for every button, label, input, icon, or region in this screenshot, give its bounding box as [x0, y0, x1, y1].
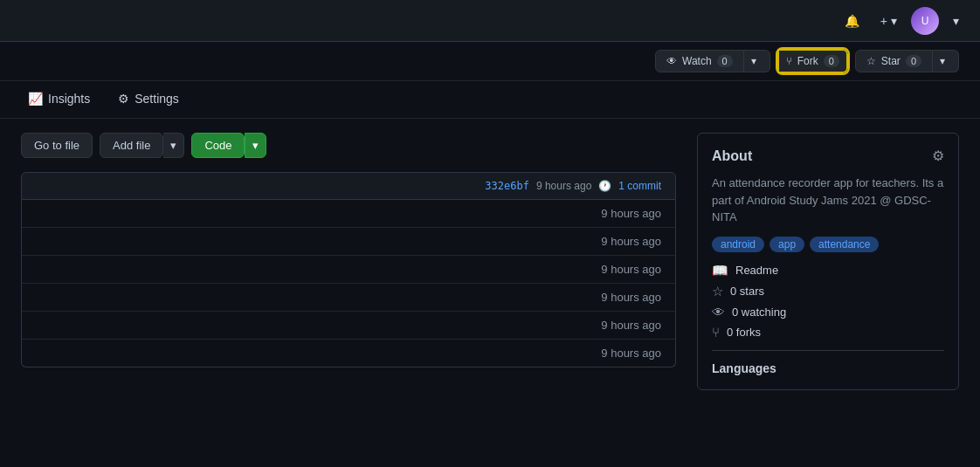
star-icon: ☆ [712, 284, 723, 299]
topic-app[interactable]: app [770, 237, 804, 252]
right-column: About ⚙ An attendance recorder app for t… [697, 133, 959, 390]
add-file-button[interactable]: Add file [100, 133, 163, 158]
readme-label: Readme [735, 264, 778, 277]
bell-icon: 🔔 [845, 14, 859, 28]
avatar-label: U [921, 15, 929, 27]
watching-label: 0 watching [732, 306, 786, 319]
star-icon: ☆ [866, 55, 876, 67]
top-nav: 🔔 + ▾ U ▾ [0, 0, 980, 42]
fork-count: 0 [824, 55, 839, 67]
code-button[interactable]: Code [191, 133, 245, 158]
star-label: Star [881, 55, 901, 67]
table-row: 9 hours ago [22, 200, 675, 228]
file-time: 9 hours ago [601, 319, 661, 332]
add-file-button-group: Add file ▾ [100, 133, 184, 158]
table-row: 9 hours ago [22, 228, 675, 256]
star-button-group: ☆ Star 0 ▾ [855, 50, 959, 72]
commit-bar: 332e6bf 9 hours ago 🕐 1 commit [21, 172, 676, 200]
about-description: An attendance recorder app for teachers.… [712, 175, 944, 226]
table-row: 9 hours ago [22, 340, 675, 367]
add-file-dropdown-button[interactable]: ▾ [163, 133, 184, 158]
file-time: 9 hours ago [601, 263, 661, 276]
commit-count: 1 commit [618, 180, 661, 192]
create-button[interactable]: + ▾ [873, 10, 904, 31]
tab-insights[interactable]: 📈 Insights [14, 81, 104, 118]
insights-icon: 📈 [28, 92, 43, 106]
avatar-menu-button[interactable]: ▾ [946, 10, 966, 31]
watching-link[interactable]: 👁 0 watching [712, 305, 944, 319]
code-label: Code [204, 139, 231, 152]
fork-label: Fork [797, 55, 818, 67]
watch-dropdown-button[interactable]: ▾ [744, 50, 770, 72]
go-to-file-button[interactable]: Go to file [21, 133, 93, 158]
about-title: About [712, 148, 752, 164]
topic-android[interactable]: android [712, 237, 764, 252]
about-header: About ⚙ [712, 148, 944, 164]
insights-label: Insights [48, 92, 90, 106]
commit-hash[interactable]: 332e6bf [485, 180, 529, 192]
file-actions: Go to file Add file ▾ Code ▾ [21, 133, 676, 158]
chevron-down-icon: ▾ [252, 139, 259, 152]
settings-label: Settings [135, 92, 179, 106]
eye-icon: 👁 [666, 55, 677, 67]
watch-label: Watch [682, 55, 712, 67]
left-column: Go to file Add file ▾ Code ▾ 33 [21, 133, 676, 390]
tab-settings[interactable]: ⚙ Settings [104, 81, 193, 118]
about-settings-button[interactable]: ⚙ [932, 148, 944, 164]
forks-label: 0 forks [727, 326, 761, 339]
fork-icon: ⑂ [786, 55, 792, 67]
watch-count: 0 [717, 55, 733, 67]
chevron-down-icon: ▾ [891, 14, 897, 28]
star-count: 0 [906, 55, 921, 67]
table-row: 9 hours ago [22, 312, 675, 340]
watch-button[interactable]: 👁 Watch 0 [655, 50, 744, 72]
commit-count-link[interactable]: 1 commit [618, 180, 661, 192]
star-dropdown-button[interactable]: ▾ [933, 50, 959, 72]
file-time: 9 hours ago [601, 291, 661, 304]
table-row: 9 hours ago [22, 256, 675, 284]
topic-attendance[interactable]: attendance [810, 237, 879, 252]
about-stats: 📖 Readme ☆ 0 stars 👁 0 watching ⑂ 0 fork… [712, 263, 944, 340]
eye-icon: 👁 [712, 305, 725, 319]
avatar[interactable]: U [911, 7, 939, 35]
sub-nav: 📈 Insights ⚙ Settings [0, 81, 980, 119]
chevron-down-icon: ▾ [953, 14, 959, 28]
commit-time: 9 hours ago [536, 180, 591, 192]
stars-link[interactable]: ☆ 0 stars [712, 284, 944, 299]
topics-list: android app attendance [712, 237, 944, 252]
chevron-down-icon: ▾ [940, 55, 945, 67]
readme-link[interactable]: 📖 Readme [712, 263, 944, 278]
code-button-group: Code ▾ [191, 133, 266, 158]
settings-icon: ⚙ [118, 92, 129, 106]
stars-label: 0 stars [730, 285, 764, 298]
file-time: 9 hours ago [601, 235, 661, 248]
languages-title: Languages [712, 361, 776, 375]
add-file-label: Add file [113, 139, 150, 152]
forks-link[interactable]: ⑂ 0 forks [712, 325, 944, 340]
notifications-button[interactable]: 🔔 [838, 10, 866, 31]
goto-file-label: Go to file [34, 139, 79, 152]
main-content: Go to file Add file ▾ Code ▾ 33 [0, 119, 980, 404]
star-button[interactable]: ☆ Star 0 [855, 50, 933, 72]
watch-button-group: 👁 Watch 0 ▾ [655, 50, 770, 72]
about-divider [712, 350, 944, 351]
plus-icon: + [880, 14, 887, 28]
file-list: 9 hours ago 9 hours ago 9 hours ago 9 ho… [21, 200, 676, 367]
about-section: About ⚙ An attendance recorder app for t… [697, 133, 959, 390]
fork-button-group: ⑂ Fork 0 [777, 49, 848, 73]
gear-icon: ⚙ [932, 148, 944, 163]
fork-icon: ⑂ [712, 325, 720, 340]
code-dropdown-button[interactable]: ▾ [245, 133, 266, 158]
chevron-down-icon: ▾ [170, 139, 176, 152]
clock-icon: 🕐 [598, 180, 611, 192]
file-time: 9 hours ago [601, 207, 661, 220]
repo-action-bar: 👁 Watch 0 ▾ ⑂ Fork 0 ☆ Star 0 ▾ [0, 42, 980, 81]
table-row: 9 hours ago [22, 284, 675, 312]
book-icon: 📖 [712, 263, 728, 278]
file-time: 9 hours ago [601, 347, 661, 360]
fork-button[interactable]: ⑂ Fork 0 [777, 49, 848, 73]
top-nav-right: 🔔 + ▾ U ▾ [838, 7, 966, 35]
chevron-down-icon: ▾ [751, 55, 756, 67]
